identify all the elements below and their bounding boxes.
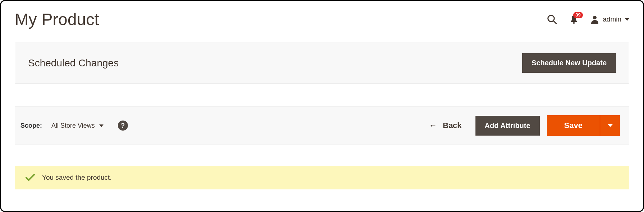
user-name-label: admin xyxy=(603,15,621,23)
page-title: My Product xyxy=(15,10,99,29)
arrow-left-icon: ← xyxy=(429,122,437,129)
schedule-new-update-button[interactable]: Schedule New Update xyxy=(522,53,616,73)
chevron-down-icon xyxy=(625,18,629,21)
svg-line-1 xyxy=(553,21,557,24)
back-button[interactable]: ← Back xyxy=(423,117,468,135)
header-actions: 39 admin xyxy=(547,14,629,25)
back-label: Back xyxy=(443,121,462,130)
page-header: My Product 39 admin xyxy=(15,10,629,29)
svg-point-3 xyxy=(593,16,597,19)
chevron-down-icon xyxy=(608,124,613,127)
action-toolbar: Scope: All Store Views ? ← Back Add Attr… xyxy=(15,106,629,145)
toolbar-right: ← Back Add Attribute Save xyxy=(423,115,620,136)
scope-label: Scope: xyxy=(20,122,42,129)
toolbar-left: Scope: All Store Views ? xyxy=(20,121,128,131)
chevron-down-icon xyxy=(99,124,104,127)
svg-point-0 xyxy=(548,15,555,22)
save-button-group: Save xyxy=(547,115,620,136)
notifications-button[interactable]: 39 xyxy=(570,15,578,24)
success-message-text: You saved the product. xyxy=(42,174,112,182)
save-dropdown-button[interactable] xyxy=(600,115,620,136)
search-button[interactable] xyxy=(547,14,557,25)
help-icon[interactable]: ? xyxy=(118,121,128,131)
scheduled-changes-title: Scheduled Changes xyxy=(28,57,119,69)
add-attribute-button[interactable]: Add Attribute xyxy=(475,116,540,136)
scope-value: All Store Views xyxy=(51,122,95,129)
user-icon xyxy=(590,15,599,24)
search-icon xyxy=(547,14,557,25)
user-menu[interactable]: admin xyxy=(590,15,629,24)
save-button[interactable]: Save xyxy=(547,115,600,136)
notification-badge: 39 xyxy=(573,12,583,18)
svg-point-2 xyxy=(573,22,575,24)
success-message: You saved the product. xyxy=(15,166,629,189)
check-icon xyxy=(26,174,35,181)
scheduled-changes-panel: Scheduled Changes Schedule New Update xyxy=(15,42,629,84)
scope-selector[interactable]: All Store Views xyxy=(51,122,104,129)
